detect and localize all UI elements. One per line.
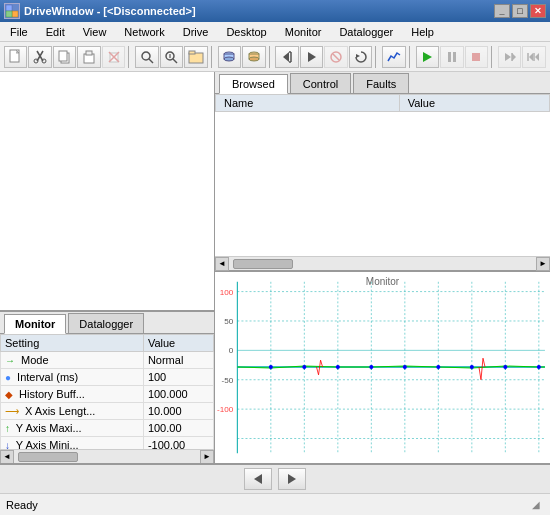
svg-marker-88 [254,474,262,484]
svg-line-34 [333,54,339,60]
right-hscroll-thumb[interactable] [233,259,293,269]
setting-value: Normal [143,352,213,369]
menu-file[interactable]: File [2,23,36,41]
svg-marker-44 [529,53,533,61]
right-hscroll: ◄ ► [215,256,550,270]
tab-datalogger[interactable]: Datalogger [68,313,144,333]
svg-rect-38 [453,52,456,62]
setting-name: ◆ History Buff... [1,386,144,403]
settings-row-2[interactable]: ◆ History Buff... 100.000 [1,386,214,403]
right-hscroll-right[interactable]: ► [536,257,550,271]
tb-copy[interactable] [53,46,76,68]
settings-row-4[interactable]: ↑ Y Axis Maxi... 100.00 [1,420,214,437]
app-icon [4,3,20,19]
tab-monitor[interactable]: Monitor [4,314,66,334]
setting-value: 10.000 [143,403,213,420]
left-bottom: Monitor Datalogger Setting Value → [0,312,214,463]
svg-point-86 [503,365,507,369]
setting-value: 100 [143,369,213,386]
toolbar [0,42,550,72]
left-hscroll: ◄ ► [0,449,214,463]
right-top: Browsed Control Faults Name Value [215,72,550,272]
tb-pause[interactable] [440,46,463,68]
split-row: Monitor Datalogger Setting Value → [0,72,550,463]
tb-sep6 [491,46,495,68]
col-setting: Setting [1,335,144,352]
svg-marker-35 [356,54,360,58]
tb-end2[interactable] [522,46,545,68]
tb-drive2[interactable] [242,46,265,68]
left-panel: Monitor Datalogger Setting Value → [0,72,215,463]
tb-drive1[interactable] [218,46,241,68]
menu-drive[interactable]: Drive [175,23,217,41]
tb-sep5 [409,46,413,68]
chart-area: Monitor [215,272,550,463]
settings-row-1[interactable]: ● Interval (ms) 100 [1,369,214,386]
tb-stop[interactable] [324,46,347,68]
svg-point-80 [302,365,306,369]
left-tree [0,72,214,312]
setting-name: ● Interval (ms) [1,369,144,386]
tb-search1[interactable] [135,46,158,68]
tab-faults[interactable]: Faults [353,73,409,93]
setting-value: 100.00 [143,420,213,437]
tab-control[interactable]: Control [290,73,351,93]
settings-row-0[interactable]: → Mode Normal [1,352,214,369]
svg-text:-50: -50 [222,376,234,385]
maximize-button[interactable]: □ [512,4,528,18]
tb-sep3 [269,46,273,68]
svg-rect-11 [86,51,92,55]
menu-datalogger[interactable]: Datalogger [331,23,401,41]
tb-browse[interactable] [184,46,207,68]
tb-end1[interactable] [498,46,521,68]
hscroll-left[interactable]: ◄ [0,450,14,464]
tb-chart[interactable] [382,46,405,68]
setting-name: ↓ Y Axis Mini... [1,437,144,450]
tb-back[interactable] [275,46,298,68]
hscroll-thumb[interactable] [18,452,78,462]
content-area: Monitor Datalogger Setting Value → [0,72,550,493]
menu-network[interactable]: Network [116,23,172,41]
title-bar-left: DriveWindow - [<Disconnected>] [4,3,196,19]
minimize-button[interactable]: _ [494,4,510,18]
settings-row-3[interactable]: ⟶ X Axis Lengt... 10.000 [1,403,214,420]
settings-row-5[interactable]: ↓ Y Axis Mini... -100.00 [1,437,214,450]
svg-marker-46 [535,53,539,61]
tab-browsed[interactable]: Browsed [219,74,288,94]
tb-play[interactable] [416,46,439,68]
right-hscroll-left[interactable]: ◄ [215,257,229,271]
menu-desktop[interactable]: Desktop [218,23,274,41]
tb-forward[interactable] [300,46,323,68]
menu-help[interactable]: Help [403,23,442,41]
tb-new[interactable] [4,46,27,68]
svg-line-18 [173,59,177,63]
tb-cut[interactable] [28,46,51,68]
menu-monitor[interactable]: Monitor [277,23,330,41]
tb-paste[interactable] [77,46,100,68]
back-btn[interactable] [244,468,272,490]
svg-rect-39 [472,53,480,61]
browsed-table-area: Name Value [215,94,550,256]
svg-rect-37 [448,52,451,62]
settings-table: Setting Value → Mode Normal ● Interval (… [0,334,214,449]
tb-delete[interactable] [102,46,125,68]
svg-point-83 [403,365,407,369]
tb-search2[interactable] [160,46,183,68]
tb-refresh[interactable] [349,46,372,68]
tb-stop2[interactable] [465,46,488,68]
hscroll-right[interactable]: ► [200,450,214,464]
menu-edit[interactable]: Edit [38,23,73,41]
svg-text:50: 50 [224,317,234,326]
svg-point-27 [249,57,259,61]
forward-btn[interactable] [278,468,306,490]
menu-view[interactable]: View [75,23,115,41]
title-bar: DriveWindow - [<Disconnected>] _ □ ✕ [0,0,550,22]
svg-marker-28 [283,52,289,62]
svg-rect-2 [6,11,12,17]
svg-text:-100: -100 [217,405,234,414]
close-button[interactable]: ✕ [530,4,546,18]
setting-name: ↑ Y Axis Maxi... [1,420,144,437]
setting-value: -100.00 [143,437,213,450]
svg-marker-42 [512,53,516,61]
svg-point-84 [436,365,440,369]
